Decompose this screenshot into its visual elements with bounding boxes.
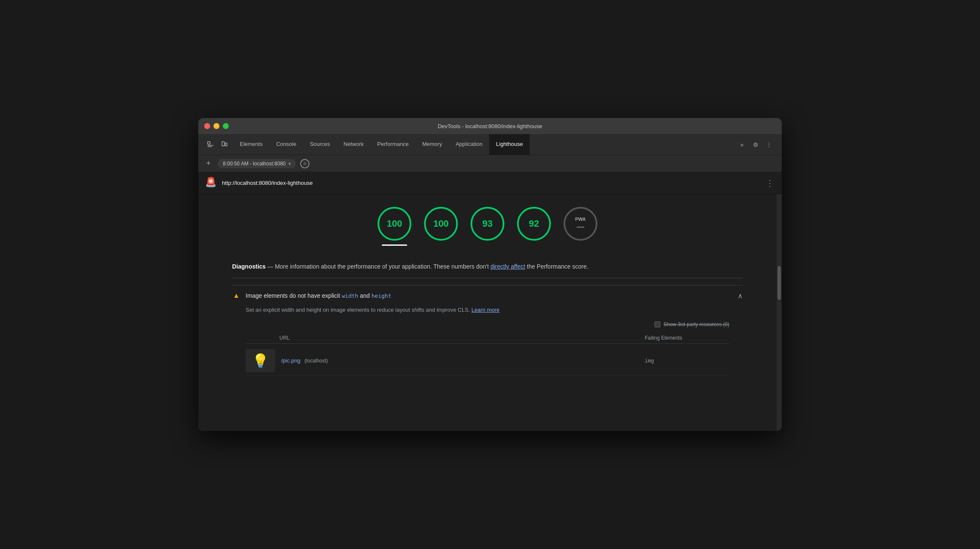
close-button[interactable] xyxy=(204,123,210,129)
svg-rect-1 xyxy=(208,145,214,146)
tab-console[interactable]: Console xyxy=(269,134,303,155)
url-host: (localhost) xyxy=(304,358,328,364)
diagnostics-section: Diagnostics — More information about the… xyxy=(198,253,777,393)
audit-header[interactable]: ▲ Image elements do not have explicit wi… xyxy=(232,285,743,306)
devtools-icons xyxy=(202,134,233,155)
tab-network[interactable]: Network xyxy=(337,134,371,155)
width-code: width xyxy=(342,293,358,299)
diagnostics-heading: Diagnostics xyxy=(232,263,266,270)
svg-rect-0 xyxy=(208,142,210,144)
score-accessibility[interactable]: 100 xyxy=(424,207,458,241)
title-bar: DevTools - localhost:8080/index-lighthou… xyxy=(198,118,782,134)
lighthouse-url-bar: 🚨 http://localhost:8080/index-lighthouse… xyxy=(198,172,782,194)
diagnostics-desc1: — More information about the performance… xyxy=(267,263,490,270)
diagnostics-header: Diagnostics — More information about the… xyxy=(232,262,743,271)
height-code: height xyxy=(372,293,391,299)
minimize-button[interactable] xyxy=(214,123,219,129)
stop-reload-button[interactable]: ⊘ xyxy=(300,159,309,168)
row-url: /pic.png (localhost) xyxy=(281,357,645,364)
score-seo[interactable]: 92 xyxy=(517,207,551,241)
svg-rect-4 xyxy=(225,143,227,146)
scores-row: 100 100 93 92 PWA — xyxy=(198,203,777,245)
device-icon[interactable] xyxy=(219,139,230,150)
col-url-header: URL xyxy=(246,335,645,341)
lightbulb-icon: 💡 xyxy=(252,353,269,369)
lighthouse-panel: 100 100 93 92 PWA — Diagnost xyxy=(198,194,777,431)
window-title: DevTools - localhost:8080/index-lighthou… xyxy=(438,123,542,129)
address-bar-row: + 8:00:50 AM - localhost:8080 ▾ ⊘ xyxy=(198,155,782,172)
collapse-chevron-icon[interactable]: ∧ xyxy=(738,292,743,300)
tab-memory[interactable]: Memory xyxy=(416,134,449,155)
audit-table: URL Failing Elements 💡 /pic.png (localho… xyxy=(246,332,729,376)
tab-performance[interactable]: Performance xyxy=(370,134,415,155)
main-area: 100 100 93 92 PWA — Diagnost xyxy=(198,194,782,431)
row-failing: img xyxy=(645,358,729,364)
lighthouse-url: http://localhost:8080/index-lighthouse xyxy=(222,180,766,186)
audit-title: Image elements do not have explicit widt… xyxy=(246,292,733,299)
maximize-button[interactable] xyxy=(223,123,229,129)
image-thumbnail: 💡 xyxy=(246,349,275,372)
table-header: URL Failing Elements xyxy=(246,332,729,344)
settings-button[interactable]: ⚙ xyxy=(750,139,761,151)
inspector-icon[interactable] xyxy=(205,139,216,150)
tab-sources[interactable]: Sources xyxy=(303,134,337,155)
third-party-label: Show 3rd-party resources (0) xyxy=(664,321,729,327)
third-party-row: Show 3rd-party resources (0) xyxy=(246,321,729,327)
diagnostics-desc2: the Performance score. xyxy=(527,263,589,270)
address-chevron-icon: ▾ xyxy=(288,161,291,167)
tab-application[interactable]: Application xyxy=(449,134,490,155)
tab-elements[interactable]: Elements xyxy=(233,134,269,155)
svg-rect-2 xyxy=(208,146,212,147)
third-party-checkbox[interactable]: Show 3rd-party resources (0) xyxy=(654,321,729,327)
divider xyxy=(232,278,743,278)
col-failing-header: Failing Elements xyxy=(645,335,729,341)
audit-description: Set an explicit width and height on imag… xyxy=(246,306,729,315)
diagnostics-link[interactable]: directly affect xyxy=(490,263,525,270)
audit-row: ▲ Image elements do not have explicit wi… xyxy=(232,285,743,384)
scrollbar-thumb[interactable] xyxy=(777,266,781,300)
address-time: 8:00:50 AM - localhost:8080 xyxy=(223,161,286,167)
score-performance[interactable]: 100 xyxy=(378,207,411,241)
new-tab-button[interactable]: + xyxy=(203,159,214,169)
traffic-lights xyxy=(204,123,229,129)
lighthouse-more-button[interactable]: ⋮ xyxy=(766,178,775,188)
checkbox-icon[interactable] xyxy=(654,321,660,327)
more-tabs-button[interactable]: » xyxy=(736,139,748,151)
url-link[interactable]: /pic.png xyxy=(281,357,301,364)
devtools-window: DevTools - localhost:8080/index-lighthou… xyxy=(198,118,782,431)
svg-rect-3 xyxy=(222,142,224,146)
tab-bar: Elements Console Sources Network Perform… xyxy=(198,134,782,155)
tab-bar-actions: » ⚙ ⋮ xyxy=(733,134,778,155)
more-options-button[interactable]: ⋮ xyxy=(763,139,775,151)
scrollbar-track[interactable] xyxy=(777,194,782,431)
table-row: 💡 /pic.png (localhost) img xyxy=(246,346,729,376)
address-pill[interactable]: 8:00:50 AM - localhost:8080 ▾ xyxy=(218,159,296,168)
learn-more-link[interactable]: Learn more xyxy=(471,307,499,313)
tabs: Elements Console Sources Network Perform… xyxy=(233,134,733,155)
tab-lighthouse[interactable]: Lighthouse xyxy=(489,134,530,155)
lighthouse-logo-icon: 🚨 xyxy=(205,177,218,189)
score-pwa[interactable]: PWA — xyxy=(564,207,597,241)
audit-body: Set an explicit width and height on imag… xyxy=(232,306,743,384)
score-best-practices[interactable]: 93 xyxy=(471,207,504,241)
warning-triangle-icon: ▲ xyxy=(232,291,241,300)
